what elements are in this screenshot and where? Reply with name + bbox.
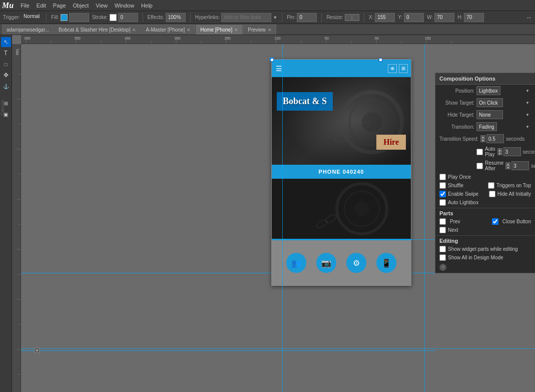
tab-close-2[interactable]: ✕ (187, 28, 191, 33)
app-logo: Mu (2, 1, 14, 10)
comp-auto-lightbox-checkbox[interactable] (439, 199, 446, 206)
comp-autoplay-spinner: ▲ ▼ (497, 148, 502, 155)
comp-info-icon[interactable]: ? (439, 264, 446, 271)
y-value-input[interactable] (404, 13, 424, 22)
corner-handle-tl[interactable] (270, 58, 274, 62)
menu-window[interactable]: Window (112, 2, 137, 9)
comp-resume-up[interactable]: ▲ (505, 162, 510, 166)
corner-handle-tr[interactable] (379, 58, 382, 62)
comp-shuffle-checkbox[interactable] (439, 182, 446, 189)
header-icons: ⊕ ⊞ (388, 64, 408, 73)
pin-group: Pin: (287, 13, 317, 22)
trigger-value[interactable]: Normal (22, 13, 42, 22)
menu-page[interactable]: Page (50, 2, 69, 9)
tool-rectangle[interactable]: □ (1, 59, 11, 69)
divider-1 (46, 13, 47, 22)
h-value-input[interactable] (464, 13, 484, 22)
icon-circle-camera[interactable]: 📷 (316, 253, 336, 273)
fill-color-swatch[interactable] (61, 14, 68, 21)
comp-resume-checkbox[interactable] (476, 163, 483, 169)
tab-close-3[interactable]: ✕ (234, 28, 238, 33)
comp-speed-input[interactable] (486, 134, 504, 143)
comp-triggers-top-checkbox[interactable] (488, 182, 494, 189)
icon-circle-group[interactable]: 👥 (286, 253, 306, 273)
header-icon-1[interactable]: ⊕ (388, 64, 397, 73)
comp-transition-speed-number: ▲ ▼ seconds (480, 134, 524, 143)
comp-next-checkbox[interactable] (439, 227, 446, 233)
hyperlinks-input[interactable] (221, 13, 271, 22)
tab-label: Preview (248, 27, 266, 33)
comp-resume-spinner: ▲ ▼ (505, 162, 510, 169)
tab-close-4[interactable]: ✕ (268, 28, 272, 33)
comp-speed-up[interactable]: ▲ (480, 135, 485, 139)
icon-circle-phone[interactable]: 📱 (376, 253, 396, 273)
comp-resume-input[interactable] (511, 161, 529, 170)
tab-close-1[interactable]: ✕ (132, 28, 136, 33)
x-value-input[interactable] (375, 13, 395, 22)
comp-autoplay-input[interactable] (503, 147, 521, 156)
divider-2 (143, 13, 143, 22)
comp-autoplay-checkbox[interactable] (476, 149, 483, 155)
effects-value-input[interactable] (166, 13, 186, 22)
menu-help[interactable]: Help (138, 2, 156, 9)
tab-adamjames[interactable]: adamjamesedgar... (2, 25, 54, 35)
tool-text[interactable]: T (1, 48, 11, 58)
tool-select[interactable]: ↖ (1, 37, 11, 47)
divider-5 (321, 13, 322, 22)
fill-value-input[interactable] (69, 13, 89, 22)
menu-object[interactable]: Object (70, 2, 92, 9)
preview-hire-text: Hire (383, 138, 399, 146)
resize-icon-2[interactable] (352, 14, 359, 21)
tab-bobcat-desktop[interactable]: Bobcat & Slasher Hire [Desktop] ✕ (54, 25, 141, 35)
comp-close-button-checkbox[interactable] (492, 218, 498, 225)
comp-autoplay-down[interactable]: ▼ (497, 152, 502, 155)
comp-show-all-row: Show All in Design Mode (435, 253, 535, 262)
comp-hide-all-checkbox[interactable] (489, 191, 495, 197)
comp-prev-checkbox[interactable] (439, 218, 446, 225)
comp-enable-swipe-checkbox[interactable] (439, 191, 446, 197)
menu-file[interactable]: File (18, 2, 33, 9)
comp-play-once-row: Play Once (435, 173, 535, 181)
trigger-group: Trigger: Normal (3, 13, 42, 22)
comp-transition-dropdown[interactable]: Fading Sliding None (476, 122, 497, 131)
comp-show-target-wrapper: On Click On Hover On Load ▼ (476, 98, 531, 107)
tool-hand[interactable]: ✥ (1, 70, 11, 80)
stroke-value-input[interactable] (118, 13, 138, 22)
tool-anchor[interactable]: ⚓ (1, 81, 11, 91)
pin-value-input[interactable] (297, 13, 317, 22)
icon-circle-gear[interactable]: ⚙ (346, 253, 366, 273)
stroke-color-swatch[interactable] (110, 14, 117, 21)
chevron-down-icon: ▼ (525, 89, 529, 93)
comp-transition-speed-row: Transition Speed: ▲ ▼ seconds (435, 133, 535, 145)
resize-group: Resize: (326, 14, 359, 21)
menu-view[interactable]: View (93, 2, 111, 9)
comp-hide-target-dropdown[interactable]: None On Click On Hover (476, 110, 503, 119)
comp-show-target-dropdown[interactable]: On Click On Hover On Load (476, 98, 503, 107)
tab-a-master[interactable]: A-Master [Phone] ✕ (141, 25, 195, 35)
preview-title-bg: Bobcat & S (277, 92, 333, 111)
comp-position-wrapper: Lightbox Inline Popup ▼ (476, 86, 531, 95)
comp-resume-down[interactable]: ▼ (505, 166, 510, 169)
comp-play-once-checkbox[interactable] (439, 174, 446, 180)
left-anchor-dot (35, 348, 40, 353)
preview-icons-section: 👥 📷 ⚙ 📱 (272, 240, 411, 285)
tab-preview[interactable]: Preview ✕ (243, 25, 276, 35)
tabs-bar: adamjamesedgar... Bobcat & Slasher Hire … (0, 24, 535, 35)
comp-show-all-checkbox[interactable] (439, 254, 446, 261)
resize-icon[interactable] (345, 14, 352, 21)
tab-home-phone[interactable]: Home [Phone] ✕ (196, 25, 243, 35)
comp-position-dropdown[interactable]: Lightbox Inline Popup (476, 86, 500, 95)
header-icon-2[interactable]: ⊞ (399, 64, 408, 73)
comp-triggers-top-label: Triggers on Top (496, 183, 531, 188)
hamburger-icon[interactable]: ☰ (276, 65, 282, 73)
comp-show-widget-checkbox[interactable] (439, 246, 446, 252)
canvas-area[interactable]: 650 550 450 350 250 150 50 50 15 (12, 35, 535, 392)
svg-text:450: 450 (125, 37, 131, 40)
menu-edit[interactable]: Edit (34, 2, 49, 9)
comp-speed-down[interactable]: ▼ (480, 139, 485, 142)
tab-label: Home [Phone] (200, 27, 232, 33)
website-preview[interactable]: ☰ ⊕ ⊞ (271, 59, 411, 286)
effects-label: Effects: (148, 15, 164, 20)
w-value-input[interactable] (434, 13, 454, 22)
comp-autoplay-up[interactable]: ▲ (497, 148, 502, 152)
